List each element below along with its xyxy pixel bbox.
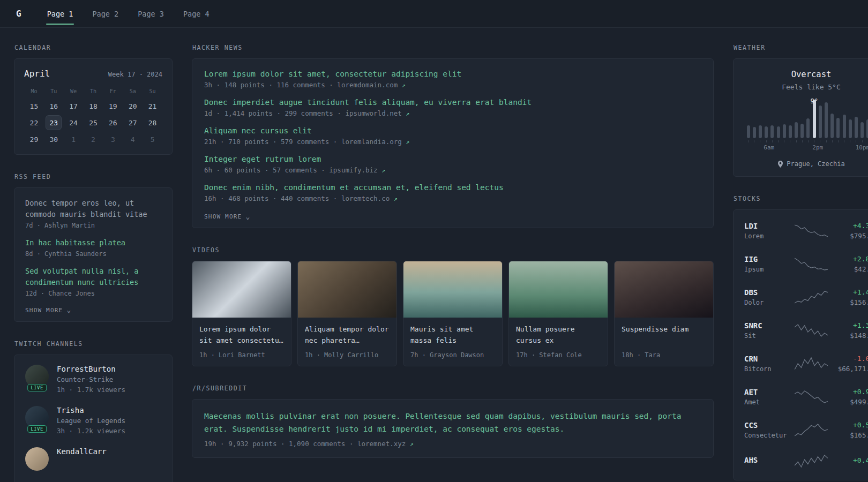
- calendar-day: 30: [46, 132, 62, 147]
- rss-item: Donec tempor eros leo, ut commodo mauris…: [25, 198, 161, 229]
- weather-hour-column: [758, 100, 762, 142]
- stock-name: Consectetur: [744, 432, 791, 439]
- rss-item-title[interactable]: In hac habitasse platea: [25, 237, 161, 248]
- rss-show-more-button[interactable]: SHOW MORE ⌄: [25, 307, 71, 314]
- nav-tab[interactable]: Page 3: [130, 0, 171, 27]
- videos-row: Lorem ipsum dolor sit amet consectetu… 1…: [192, 261, 714, 366]
- stock-row[interactable]: DBS Dolor +1.42% $156.28: [744, 281, 868, 314]
- hackernews-item-meta: 1d · 1,414 points · 299 comments · ipsum…: [204, 109, 701, 117]
- calendar-day: 26: [105, 115, 121, 130]
- video-thumbnail: [298, 261, 396, 318]
- external-link-icon[interactable]: ↗: [406, 138, 409, 146]
- stock-name: Dolor: [744, 299, 791, 306]
- twitch-card: LIVE ForrestBurton Counter-Strike 1h · 1…: [14, 355, 173, 482]
- hackernews-item: Lorem ipsum dolor sit amet, consectetur …: [204, 70, 701, 89]
- external-link-icon[interactable]: ↗: [381, 167, 385, 174]
- external-link-icon[interactable]: ↗: [406, 110, 409, 117]
- hackernews-item-domain[interactable]: ipsumify.biz: [329, 166, 377, 174]
- stock-sparkline: [795, 357, 828, 371]
- calendar-weekday: Mo: [24, 88, 44, 94]
- video-card[interactable]: Nullam posuere cursus ex 17h · Stefan Co…: [508, 261, 608, 366]
- stock-row[interactable]: CCS Consectetur +0.51% $165.84: [744, 413, 868, 447]
- weather-heading: WEATHER: [734, 44, 868, 51]
- stock-identity: CCS Consectetur: [744, 421, 791, 439]
- stock-row[interactable]: LDI Lorem +4.35% $795.18: [744, 214, 868, 247]
- hackernews-show-more-button[interactable]: SHOW MORE ⌄: [204, 213, 250, 220]
- stock-price: $148.64: [831, 332, 868, 340]
- video-card[interactable]: Suspendisse diam 18h · Tara: [614, 261, 714, 366]
- stock-sparkline: [795, 290, 828, 304]
- weather-hour-column: [752, 100, 756, 142]
- hackernews-item-domain[interactable]: loremlandia.org: [341, 138, 402, 146]
- nav-tab[interactable]: Page 2: [85, 0, 126, 27]
- video-meta: 7h · Grayson Dawson: [410, 351, 495, 359]
- dashboard-grid: CALENDAR April Week 17 · 2024 Mo Tu We T…: [0, 28, 868, 482]
- weather-hour-column: [800, 100, 804, 142]
- hackernews-item-domain[interactable]: ipsumworld.net: [345, 109, 401, 117]
- calendar-day: 24: [65, 115, 81, 130]
- hackernews-item-title[interactable]: Donec imperdiet augue tincidunt felis al…: [204, 98, 701, 107]
- app-logo[interactable]: G: [16, 9, 21, 19]
- calendar-day: 1: [65, 132, 81, 147]
- hackernews-item-title[interactable]: Integer eget rutrum lorem: [204, 155, 701, 163]
- videos-section: VIDEOS Lorem ipsum dolor sit amet consec…: [192, 246, 714, 366]
- stock-row[interactable]: AET Amet +0.92% $499.72: [744, 380, 868, 413]
- hackernews-item-title[interactable]: Aliquam nec cursus elit: [204, 126, 701, 135]
- stock-row[interactable]: SNRC Sit +1.36% $148.64: [744, 314, 868, 347]
- twitch-channel-item[interactable]: LIVE ForrestBurton Counter-Strike 1h · 1…: [25, 365, 161, 394]
- stock-price: $499.72: [831, 398, 868, 406]
- nav-tab[interactable]: Page 4: [176, 0, 217, 27]
- stock-row[interactable]: CRN Bitcorn -1.00% $66,171.48: [744, 347, 868, 380]
- nav-tab[interactable]: Page 1: [40, 0, 81, 27]
- stock-symbol: CRN: [744, 355, 791, 363]
- hackernews-item-title[interactable]: Lorem ipsum dolor sit amet, consectetur …: [204, 70, 701, 78]
- hackernews-item-domain[interactable]: loremtech.co: [341, 194, 390, 202]
- rss-item-title[interactable]: Sed volutpat nulla nisl, a condimentum n…: [25, 266, 161, 288]
- external-link-icon[interactable]: ↗: [402, 81, 406, 89]
- calendar-day: 22: [26, 115, 42, 130]
- calendar-day: 3: [105, 132, 121, 147]
- calendar-weekday: Fr: [103, 88, 123, 94]
- calendar-section: CALENDAR April Week 17 · 2024 Mo Tu We T…: [14, 44, 173, 155]
- video-card[interactable]: Aliquam tempor dolor nec pharetra… 1h · …: [297, 261, 397, 366]
- weather-hour-column: [854, 100, 858, 142]
- subreddit-post-title[interactable]: Maecenas mollis pulvinar erat non posuer…: [204, 410, 701, 436]
- rss-show-more-label: SHOW MORE: [25, 307, 63, 314]
- external-link-icon[interactable]: ↗: [394, 195, 398, 202]
- calendar-day: 19: [105, 99, 121, 114]
- weather-bar: [813, 100, 816, 138]
- subreddit-post-domain[interactable]: loremnet.xyz: [357, 440, 406, 448]
- video-title: Suspendisse diam: [622, 324, 706, 347]
- twitch-channel-item[interactable]: LIVE Trisha League of Legends 3h · 1.2k …: [25, 406, 161, 435]
- hackernews-item-domain[interactable]: loremdomain.com: [337, 81, 398, 89]
- rss-item-title[interactable]: Donec tempor eros leo, ut commodo mauris…: [25, 198, 161, 220]
- stock-price: $795.18: [831, 232, 868, 240]
- stock-row[interactable]: IIG Ipsum +2.84% $42.04: [744, 247, 868, 281]
- video-thumbnail: [615, 261, 713, 318]
- weather-hour-column: [806, 100, 810, 142]
- stock-row[interactable]: AHS +0.46%: [744, 447, 868, 476]
- twitch-heading: TWITCH CHANNELS: [14, 340, 173, 348]
- video-meta: 18h · Tara: [622, 351, 706, 359]
- weather-bar: [747, 125, 750, 138]
- external-link-icon[interactable]: ↗: [410, 440, 414, 448]
- video-card[interactable]: Mauris sit amet massa felis 7h · Grayson…: [403, 261, 503, 366]
- video-meta: 1h · Lori Barnett: [199, 351, 284, 359]
- stock-identity: DBS Dolor: [744, 288, 791, 306]
- stock-values: +0.46%: [831, 456, 868, 466]
- weather-bar: [825, 102, 828, 138]
- hackernews-item-stats: 6h · 60 points · 57 comments ·: [204, 166, 325, 174]
- hackernews-item: Donec imperdiet augue tincidunt felis al…: [204, 98, 701, 117]
- stock-change: +1.36%: [831, 321, 868, 329]
- hackernews-item-title[interactable]: Donec enim nibh, condimentum et accumsan…: [204, 183, 701, 192]
- weather-time-labels: 6am 2pm 10pm: [745, 144, 868, 152]
- twitch-channel-item[interactable]: LIVE KendallCarr: [25, 447, 161, 471]
- rss-item-meta: 8d · Cynthia Saunders: [25, 250, 161, 258]
- weather-hour-column: [776, 100, 780, 142]
- stock-identity: IIG Ipsum: [744, 255, 791, 273]
- video-card[interactable]: Lorem ipsum dolor sit amet consectetu… 1…: [192, 261, 291, 366]
- calendar-week-year: Week 17 · 2024: [108, 71, 162, 78]
- twitch-section: TWITCH CHANNELS LIVE ForrestBurton Count…: [14, 340, 173, 482]
- calendar-day: 21: [145, 99, 161, 114]
- stock-price: $66,171.48: [831, 365, 868, 373]
